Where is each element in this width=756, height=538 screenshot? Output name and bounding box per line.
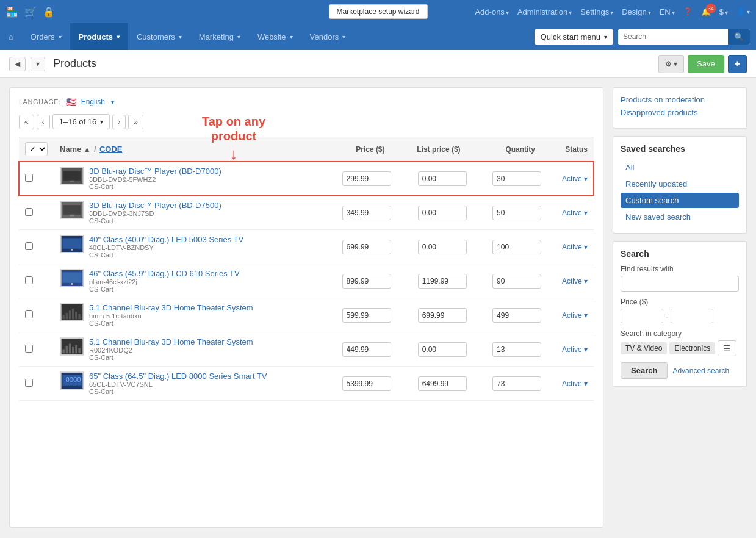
vendors-nav-item[interactable]: Vendors ▾ (301, 23, 355, 50)
orders-nav-item[interactable]: Orders ▾ (22, 23, 70, 50)
language-arrow[interactable]: ▾ (111, 99, 114, 106)
product-status[interactable]: Active ▾ (562, 379, 588, 388)
row-checkbox[interactable] (25, 174, 33, 182)
price-max-input[interactable] (671, 309, 713, 323)
quick-start-button[interactable]: Quick start menu ▾ (535, 29, 613, 45)
prev-page-button[interactable]: ‹ (37, 115, 50, 129)
product-name[interactable]: 5.1 Channel Blu-ray 3D Home Theater Syst… (89, 303, 253, 312)
product-price-input[interactable] (342, 308, 391, 323)
product-price-cell (322, 162, 397, 196)
product-listprice-input[interactable] (418, 206, 467, 220)
product-listprice-input[interactable] (418, 342, 467, 357)
saved-search-custom[interactable]: Custom search (621, 193, 739, 208)
notification-bell[interactable]: 🔔 34 (701, 7, 711, 16)
marketing-nav-item[interactable]: Marketing ▾ (190, 23, 249, 50)
table-row[interactable]: 3D Blu-ray Disc™ Player (BD-D7500) 3DBL-… (19, 196, 594, 230)
gear-button[interactable]: ⚙ ▾ (658, 55, 684, 73)
product-status[interactable]: Active ▾ (562, 243, 588, 251)
product-status[interactable]: Active ▾ (562, 311, 588, 320)
product-quantity-input[interactable] (492, 206, 541, 220)
product-name[interactable]: 5.1 Channel Blu-ray 3D Home Theater Syst… (89, 337, 253, 346)
wizard-button[interactable]: Marketplace setup wizard (328, 4, 427, 19)
currency-menu[interactable]: $▾ (719, 7, 728, 16)
product-name[interactable]: 65" Class (64.5" Diag.) LED 8000 Series … (89, 371, 267, 381)
design-menu[interactable]: Design▾ (622, 7, 650, 16)
user-menu[interactable]: 👤▾ (736, 7, 750, 16)
customers-nav-item[interactable]: Customers ▾ (128, 23, 190, 50)
home-nav-item[interactable]: ⌂ (0, 23, 22, 50)
products-nav-item[interactable]: Products ▾ (70, 23, 128, 50)
bulk-action-select[interactable]: ✓ (25, 142, 48, 156)
product-price-input[interactable] (342, 376, 391, 391)
product-price-input[interactable] (342, 342, 391, 357)
help-icon[interactable]: ❓ (683, 7, 693, 16)
product-listprice-input[interactable] (418, 376, 467, 391)
product-quantity-input[interactable] (492, 308, 541, 323)
save-button[interactable]: Save (688, 55, 724, 73)
saved-search-new[interactable]: New saved search (621, 209, 739, 224)
table-row[interactable]: 46" Class (45.9" Diag.) LCD 610 Series T… (19, 264, 594, 298)
cart-icon[interactable]: 🛒 (24, 6, 37, 18)
category-menu-button[interactable]: ☰ (718, 340, 736, 356)
advanced-search-link[interactable]: Advanced search (672, 367, 729, 375)
products-moderation-link[interactable]: Products on moderation (621, 95, 739, 104)
saved-search-all[interactable]: All (621, 160, 739, 175)
price-min-input[interactable] (621, 309, 663, 323)
product-listprice-input[interactable] (418, 171, 467, 186)
product-name[interactable]: 3D Blu-ray Disc™ Player (BD-D7500) (89, 201, 221, 210)
add-button[interactable]: + (728, 55, 747, 73)
find-results-input[interactable] (621, 276, 739, 292)
table-row[interactable]: 3D Blu-ray Disc™ Player (BD-D7000) 3DBL-… (19, 162, 594, 196)
row-checkbox[interactable] (25, 208, 33, 216)
product-name[interactable]: 46" Class (45.9" Diag.) LCD 610 Series T… (89, 269, 240, 278)
language-select[interactable]: English (81, 98, 105, 106)
product-status[interactable]: Active ▾ (562, 174, 588, 183)
search-submit-button[interactable]: Search (621, 362, 668, 379)
product-price-input[interactable] (342, 206, 391, 220)
search-button[interactable]: 🔍 (728, 29, 750, 45)
row-checkbox[interactable] (25, 345, 33, 353)
website-nav-item[interactable]: Website ▾ (249, 23, 301, 50)
last-page-button[interactable]: » (128, 115, 143, 129)
next-page-button[interactable]: › (112, 115, 126, 129)
product-quantity-input[interactable] (492, 342, 541, 357)
product-listprice-input[interactable] (418, 274, 467, 289)
marketing-arrow: ▾ (237, 34, 240, 40)
store-icon[interactable]: 🏪 (6, 6, 18, 18)
product-status[interactable]: Active ▾ (562, 277, 588, 285)
product-name[interactable]: 40" Class (40.0" Diag.) LED 5003 Series … (89, 235, 243, 244)
product-price-input[interactable] (342, 240, 391, 254)
row-checkbox[interactable] (25, 379, 33, 387)
product-quantity-input[interactable] (492, 240, 541, 254)
first-page-button[interactable]: « (19, 115, 34, 129)
lang-menu[interactable]: EN▾ (660, 7, 675, 16)
table-row[interactable]: 5.1 Channel Blu-ray 3D Home Theater Syst… (19, 298, 594, 332)
saved-search-recent[interactable]: Recently updated (621, 176, 739, 192)
product-listprice-input[interactable] (418, 308, 467, 323)
row-checkbox[interactable] (25, 310, 33, 318)
product-name[interactable]: 3D Blu-ray Disc™ Player (BD-D7000) (89, 167, 221, 176)
table-row[interactable]: 5.1 Channel Blu-ray 3D Home Theater Syst… (19, 332, 594, 367)
product-quantity-input[interactable] (492, 171, 541, 186)
search-input[interactable] (618, 29, 728, 44)
dropdown-nav-button[interactable]: ▾ (31, 57, 45, 71)
product-listprice-input[interactable] (418, 240, 467, 254)
product-price-input[interactable] (342, 274, 391, 289)
product-quantity-input[interactable] (492, 376, 541, 391)
administration-menu[interactable]: Administration▾ (517, 7, 572, 16)
product-quantity-input[interactable] (492, 274, 541, 289)
row-checkbox[interactable] (25, 276, 33, 284)
disapproved-products-link[interactable]: Disapproved products (621, 108, 739, 117)
addons-menu[interactable]: Add-ons▾ (475, 7, 508, 16)
table-row[interactable]: 40" Class (40.0" Diag.) LED 5003 Series … (19, 230, 594, 264)
product-status[interactable]: Active ▾ (562, 345, 588, 354)
row-checkbox[interactable] (25, 242, 33, 250)
back-button[interactable]: ◀ (9, 57, 26, 71)
name-col-header[interactable]: Name ▲ / CODE (54, 137, 322, 162)
table-row[interactable]: 8000 65" Class (64.5" Diag.) LED 8000 Se… (19, 367, 594, 401)
product-price-input[interactable] (342, 171, 391, 186)
lock-icon[interactable]: 🔒 (43, 6, 55, 18)
product-status[interactable]: Active ▾ (562, 209, 588, 217)
settings-menu[interactable]: Settings▾ (580, 7, 613, 16)
page-current[interactable]: 1–16 of 16 ▾ (52, 114, 110, 129)
